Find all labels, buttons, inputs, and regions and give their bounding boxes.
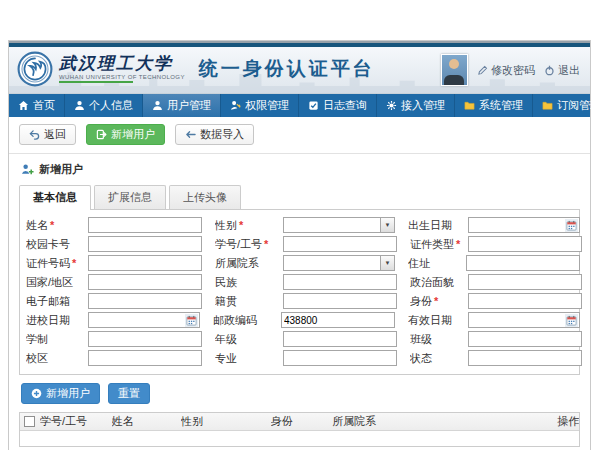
form-field-label: 证件类型*	[410, 237, 468, 252]
page-header: 武汉理工大学 WUHAN UNIVERSITY OF TECHNOLOGY 统一…	[9, 47, 590, 94]
nav-item-7[interactable]: 订阅管理	[533, 94, 600, 117]
nav-item-label: 权限管理	[245, 98, 289, 113]
form-field-label: 有效日期	[408, 313, 468, 328]
form-text-input[interactable]	[88, 217, 202, 233]
form-cell: 民族	[215, 274, 397, 290]
form-text-input[interactable]	[466, 255, 580, 271]
form-select[interactable]: ▼	[283, 255, 395, 271]
form-field-label: 进校日期	[26, 313, 88, 328]
table-header-cell: 所属院系	[332, 414, 557, 429]
form-text-input[interactable]	[468, 274, 582, 290]
form-row: 国家/地区民族政治面貌	[26, 274, 573, 290]
form-cell: 所属院系▼	[215, 255, 395, 271]
table-header-cell: 性别	[181, 414, 271, 429]
form-cell: 有效日期	[408, 312, 580, 328]
form-text-input[interactable]	[88, 255, 202, 271]
calendar-icon[interactable]	[185, 314, 198, 327]
nav-item-6[interactable]: 系统管理	[455, 94, 533, 117]
form-text-input[interactable]	[88, 293, 202, 309]
folder-icon	[542, 100, 553, 111]
form-date-input[interactable]	[468, 217, 580, 233]
nav-item-label: 个人信息	[89, 98, 133, 113]
section-title-text: 新增用户	[39, 162, 83, 177]
form-text-input[interactable]	[283, 274, 397, 290]
nav-item-label: 订阅管理	[557, 98, 600, 113]
nav-item-label: 用户管理	[167, 98, 211, 113]
key-icon	[230, 100, 241, 111]
nav-item-label: 接入管理	[401, 98, 445, 113]
form-row: 校园卡号学号/工号*证件类型*	[26, 236, 573, 252]
tab-2[interactable]: 上传头像	[169, 185, 241, 209]
form-select[interactable]: ▼	[283, 217, 395, 233]
nav-item-0[interactable]: 首页	[9, 94, 65, 117]
tab-0[interactable]: 基本信息	[19, 185, 91, 210]
form-text-input[interactable]	[468, 350, 582, 366]
chevron-down-icon: ▼	[380, 256, 394, 270]
form-text-input[interactable]	[468, 236, 582, 252]
data-import-button[interactable]: 数据导入	[175, 124, 254, 145]
form-text-input[interactable]	[283, 293, 397, 309]
form-cell: 班级	[410, 331, 582, 347]
required-asterisk: *	[72, 257, 76, 269]
form-cell: 姓名*	[26, 217, 202, 233]
university-name-cn: 武汉理工大学	[59, 55, 185, 72]
form-cell: 进校日期	[26, 312, 200, 328]
form-text-input[interactable]	[88, 274, 202, 290]
back-button[interactable]: 返回	[19, 124, 76, 145]
back-arrow-icon	[29, 129, 40, 140]
form-cell: 校园卡号	[26, 236, 202, 252]
form-cell: 政治面貌	[410, 274, 582, 290]
form-field-label: 身份*	[410, 294, 468, 309]
nav-item-1[interactable]: 个人信息	[65, 94, 143, 117]
form-cell: 证件号码*	[26, 255, 202, 271]
nav-item-5[interactable]: 接入管理	[377, 94, 455, 117]
form-text-input[interactable]	[283, 236, 397, 252]
form-text-input[interactable]	[283, 331, 397, 347]
select-all-cell	[20, 416, 40, 427]
change-password-label: 修改密码	[491, 63, 535, 78]
change-password-link[interactable]: 修改密码	[477, 63, 535, 78]
form-field-label: 班级	[410, 332, 468, 347]
tab-label: 上传头像	[183, 191, 227, 203]
toolbar-add-user-button[interactable]: 新增用户	[86, 124, 165, 145]
form-cell: 电子邮箱	[26, 293, 202, 309]
form-field-label: 民族	[215, 275, 283, 290]
empty-table-row	[20, 431, 579, 446]
add-user-icon	[96, 129, 107, 140]
form-field-label: 校园卡号	[26, 237, 88, 252]
form-field-label: 姓名*	[26, 218, 88, 233]
form-actions: 新增用户 重置	[21, 383, 578, 404]
form-date-input[interactable]	[468, 312, 580, 328]
form-field-label: 状态	[410, 351, 468, 366]
main-navigation: 首页个人信息用户管理权限管理日志查询接入管理系统管理订阅管理	[9, 94, 590, 117]
form-cell: 性别*▼	[215, 217, 395, 233]
form-cell: 身份*	[410, 293, 582, 309]
section-header: 新增用户	[9, 154, 590, 182]
form-text-input[interactable]	[283, 350, 397, 366]
form-text-input[interactable]	[281, 312, 395, 328]
nav-item-3[interactable]: 权限管理	[221, 94, 299, 117]
logout-link[interactable]: 退出	[544, 63, 580, 78]
nav-item-2[interactable]: 用户管理	[143, 94, 221, 117]
gear-icon	[386, 100, 397, 111]
tab-1[interactable]: 扩展信息	[94, 185, 166, 209]
form-text-input[interactable]	[468, 293, 582, 309]
form-date-input[interactable]	[88, 312, 200, 328]
form-field-label: 政治面貌	[410, 275, 468, 290]
form-field-label: 学号/工号*	[215, 237, 283, 252]
table-header-cell: 身份	[271, 414, 333, 429]
calendar-icon[interactable]	[565, 314, 578, 327]
nav-item-4[interactable]: 日志查询	[299, 94, 377, 117]
submit-add-user-button[interactable]: 新增用户	[21, 383, 100, 404]
form-text-input[interactable]	[468, 331, 582, 347]
form-text-input[interactable]	[88, 350, 202, 366]
form-text-input[interactable]	[88, 236, 202, 252]
required-asterisk: *	[456, 238, 460, 250]
form-text-input[interactable]	[88, 331, 202, 347]
form-field-label: 国家/地区	[26, 275, 88, 290]
home-icon	[18, 100, 29, 111]
reset-button[interactable]: 重置	[108, 383, 150, 404]
select-all-checkbox[interactable]	[24, 416, 35, 427]
form-cell: 出生日期	[408, 217, 580, 233]
calendar-icon[interactable]	[565, 219, 578, 232]
